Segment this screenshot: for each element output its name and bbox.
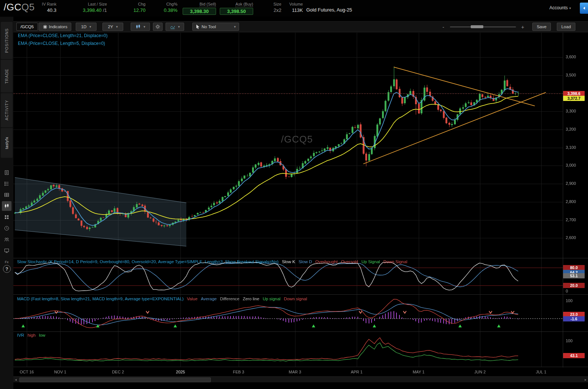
bid-sell-button[interactable]: 3,398.30: [183, 8, 216, 15]
time-axis-tick: FEB 3: [233, 370, 244, 374]
sidebar-tab-positions[interactable]: POSITIONS: [1, 22, 13, 59]
chevron-down-icon: ▾: [234, 25, 236, 29]
legend-oversold[interactable]: Oversold: [341, 259, 358, 264]
monitor-icon[interactable]: [2, 246, 12, 255]
instrument-description: Gold Futures, Aug-25: [306, 7, 352, 13]
legend-down-signal[interactable]: Down Signal: [383, 259, 408, 264]
iv-rank-value: 40.3: [32, 7, 56, 13]
chevron-down-icon: ▾: [144, 25, 146, 29]
save-button[interactable]: Save: [532, 23, 551, 31]
ivr-study-title[interactable]: IVR: [17, 333, 24, 337]
chg-value: 12.70: [122, 7, 146, 13]
legend-up-signal[interactable]: Up Signal: [362, 259, 380, 264]
scrollbar-thumb[interactable]: [19, 377, 211, 382]
orders-icon[interactable]: [2, 190, 12, 200]
price-axis-tick: 3,200: [566, 127, 576, 131]
sidebar-tab-trade[interactable]: TRADE: [1, 60, 13, 92]
watchlist-icon[interactable]: [2, 179, 12, 189]
stochastic-axis-label: 20.0: [563, 283, 585, 288]
chart-icon[interactable]: [2, 201, 12, 211]
chart-symbol-input[interactable]: /GCQ5: [16, 23, 38, 31]
zoom-out-button[interactable]: -: [442, 24, 444, 30]
legend-high[interactable]: high: [27, 333, 36, 337]
indicators-icon: [43, 24, 48, 29]
chart-settings-button[interactable]: [153, 23, 163, 31]
left-sidebar: POSITIONS TRADE ACTIVITY tastyfx Fx: [0, 17, 13, 389]
chevron-down-icon: ▾: [89, 25, 91, 29]
ema-5-study-label[interactable]: EMA (Price=CLOSE, Length=5, Displace=0): [18, 41, 105, 46]
chevron-down-icon: ▾: [116, 25, 118, 29]
legend-slow-k[interactable]: Slow K: [282, 259, 295, 264]
legend-zero-line[interactable]: Zero line: [243, 297, 259, 301]
last-value: 3,398.40: [83, 7, 102, 13]
gear-icon: [155, 24, 160, 29]
legend-value[interactable]: Value: [187, 297, 198, 301]
legend-slow-d[interactable]: Slow D: [298, 259, 312, 264]
svg-text:Fx: Fx: [5, 260, 9, 264]
panel-divider[interactable]: [13, 294, 588, 295]
zoom-slider-thumb[interactable]: [471, 25, 483, 28]
chg-pct-value: 0.38%: [154, 7, 177, 13]
help-button[interactable]: ?: [3, 265, 11, 273]
time-axis-tick: APR 1: [351, 370, 363, 374]
scroll-right-icon[interactable]: ▸: [585, 377, 587, 382]
legend-difference[interactable]: Difference: [220, 297, 239, 301]
candlestick-style-icon: [135, 24, 141, 29]
dashboard-icon[interactable]: [2, 212, 12, 222]
zoom-in-button[interactable]: +: [521, 24, 524, 30]
chevron-left-icon: [583, 7, 585, 10]
price-axis-tick: 2,700: [566, 218, 576, 222]
price-badge: 3,398.6: [563, 91, 585, 96]
time-axis-tick: OCT 16: [20, 370, 34, 374]
volume-value: 113K: [285, 7, 303, 13]
legend-down-signal[interactable]: Down signal: [284, 297, 307, 301]
drawing-tool-dropdown[interactable]: No Tool ▾: [192, 23, 239, 31]
price-axis-tick: 3,300: [566, 109, 576, 113]
panel-divider[interactable]: [13, 331, 588, 332]
chg-label: Chg: [122, 2, 146, 6]
macd-study-title[interactable]: MACD (Fast length=8, Slow length=21, MAC…: [17, 297, 184, 301]
ask-buy-button[interactable]: 3,398.50: [220, 8, 253, 15]
ivr-axis-label: 100: [566, 339, 572, 343]
ivr-panel-header: IVRhighlow: [17, 333, 45, 337]
iv-rank-column: IV Rank 40.3: [32, 2, 56, 13]
price-axis-tick: 2,900: [566, 181, 576, 186]
time-axis[interactable]: OCT 16NOV 1DEC 22025FEB 3MAR 3APR 1MAY 1…: [13, 367, 563, 376]
clock-icon[interactable]: [2, 223, 12, 233]
sidebar-tab-tastyfx[interactable]: tastyfx: [1, 128, 13, 158]
accounts-dropdown[interactable]: Accounts▾: [549, 5, 571, 10]
legend-up-signal[interactable]: Up signal: [263, 297, 281, 301]
time-axis-tick: JUL 1: [536, 370, 546, 374]
ask-label: Ask (Buy): [235, 2, 253, 7]
scroll-left-icon[interactable]: ◂: [15, 377, 17, 382]
price-axis-tick: 3,600: [566, 55, 576, 59]
indicators-button[interactable]: Indicators: [39, 23, 71, 31]
ema-21-study-label[interactable]: EMA (Price=CLOSE, Length=21, Displace=0): [18, 33, 108, 38]
chart-style-dropdown[interactable]: ▾: [131, 23, 150, 31]
report-icon[interactable]: [2, 168, 12, 177]
price-axis[interactable]: 3,6003,5003,4003,3003,2003,1003,0002,900…: [563, 33, 588, 367]
chart-toolbar: /GCQ5 Indicators 1D▾ 2Y▾ ▾ ▾ No Tool ▾ -…: [13, 21, 588, 32]
stochastic-panel-header: Slow Stochastic (K Period=14, D Period=9…: [17, 259, 407, 264]
chart-scrollbar[interactable]: ◂ ▸: [13, 376, 588, 382]
collapse-header-button[interactable]: [580, 3, 588, 14]
legend-average[interactable]: Average: [201, 297, 217, 301]
price-chart-canvas[interactable]: [13, 33, 563, 367]
range-dropdown[interactable]: 2Y▾: [102, 23, 123, 31]
people-icon[interactable]: [2, 235, 12, 244]
sidebar-tab-activity[interactable]: ACTIVITY: [1, 93, 13, 127]
stochastic-legend: Slow KSlow DOverboughtOversoldUp SignalD…: [278, 259, 407, 264]
legend-low[interactable]: low: [39, 333, 45, 337]
patterns-dropdown[interactable]: ▾: [166, 23, 184, 31]
panel-divider[interactable]: [13, 258, 588, 258]
chevron-down-icon: ▾: [569, 6, 571, 10]
stochastic-study-title[interactable]: Slow Stochastic (K Period=14, D Period=9…: [17, 259, 278, 264]
load-button[interactable]: Load: [557, 23, 575, 31]
last-size-suffix: /1: [103, 7, 107, 13]
chg-pct-column: Chg% 0.38%: [154, 2, 177, 13]
stochastic-axis-label: 80.0: [563, 265, 585, 270]
bid-column: Bid (Sell) 3,398.30: [183, 2, 216, 15]
timeframe-dropdown[interactable]: 1D▾: [76, 23, 97, 31]
legend-overbought[interactable]: Overbought: [316, 259, 338, 264]
volume-column: Volume 113K: [285, 2, 303, 13]
